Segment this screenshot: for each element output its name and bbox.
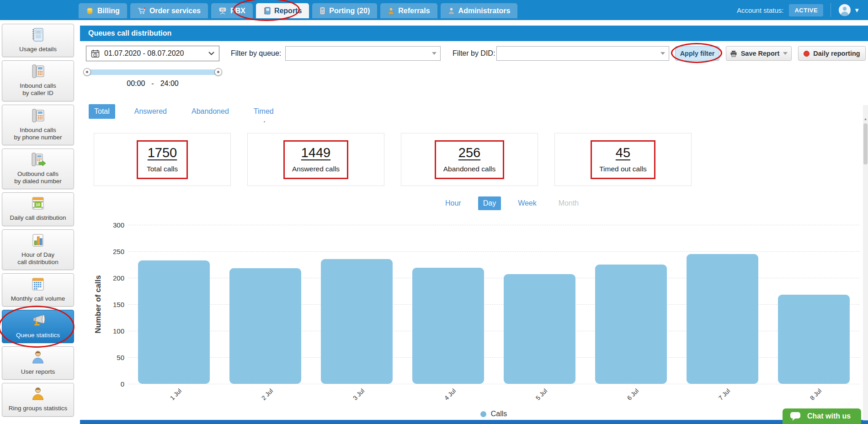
- slider-handle-end[interactable]: [214, 68, 222, 76]
- y-tick-label: 50: [104, 354, 124, 361]
- call-type-tabs: Total Answered Abandoned Timed: [89, 104, 279, 119]
- annotation-box-total-calls: 1750 Total calls: [137, 140, 188, 179]
- granularity-month[interactable]: Month: [554, 196, 584, 210]
- x-tick-label: 7 Jul: [718, 387, 732, 402]
- account-status-label: Account status:: [737, 6, 784, 14]
- granularity-week[interactable]: Week: [513, 196, 542, 210]
- tab-referrals[interactable]: Referrals: [380, 3, 437, 18]
- stat-value-abandoned[interactable]: 256: [443, 145, 496, 160]
- daily-reporting-button[interactable]: Daily reporting: [798, 46, 866, 61]
- reports-sidebar: Usage details Inbound calls by caller ID…: [2, 24, 74, 424]
- bar-7-jul[interactable]: [687, 254, 758, 384]
- date-range-picker[interactable]: 01.07.2020 - 08.07.2020: [86, 46, 219, 61]
- bar-8-jul[interactable]: [778, 295, 850, 384]
- x-tick-label: 1 Jul: [169, 387, 183, 402]
- tab-answered[interactable]: Answered: [129, 104, 172, 119]
- time-from: 00:00: [123, 80, 148, 87]
- legend-label[interactable]: Calls: [491, 410, 507, 418]
- tab-total[interactable]: Total: [89, 104, 115, 119]
- sidebar-item-label: Monthly call volume: [4, 295, 72, 302]
- sidebar-item-inbound-caller-id[interactable]: Inbound calls by caller ID: [2, 60, 74, 101]
- granularity-hour[interactable]: Hour: [440, 196, 466, 210]
- bar-5-jul[interactable]: [504, 274, 575, 384]
- tab-billing[interactable]: Billing: [79, 3, 127, 18]
- sidebar-item-label: User reports: [4, 368, 72, 376]
- save-report-label: Save Report: [741, 50, 780, 57]
- gridline: [128, 251, 859, 252]
- user-menu[interactable]: ▼: [838, 4, 860, 16]
- stat-value-timed-out[interactable]: 45: [599, 145, 647, 160]
- sidebar-item-daily-call-distribution[interactable]: 10 Daily call distribution: [2, 192, 74, 226]
- stat-value-total[interactable]: 1750: [145, 145, 179, 160]
- tab-administrators[interactable]: Administrators: [441, 3, 518, 18]
- referral-person-icon: [388, 7, 394, 15]
- sidebar-item-usage-details[interactable]: Usage details: [2, 24, 74, 57]
- page-title: Queues call distribution: [80, 26, 868, 41]
- y-axis-label: Number of calls: [94, 225, 103, 384]
- apply-filter-button[interactable]: Apply filter: [675, 46, 719, 61]
- tab-label: Administrators: [458, 7, 511, 15]
- chat-with-us-button[interactable]: Chat with us: [783, 408, 861, 424]
- bar-1-jul[interactable]: [138, 260, 210, 384]
- time-range-slider[interactable]: [86, 69, 219, 75]
- date-range-value: 01.07.2020 - 08.07.2020: [104, 49, 204, 58]
- sidebar-item-inbound-phone-number[interactable]: Inbound calls by phone number: [2, 105, 74, 145]
- tab-abandoned[interactable]: Abandoned: [186, 104, 234, 119]
- svg-text:10: 10: [36, 202, 40, 207]
- tab-order-services[interactable]: Order services: [130, 3, 208, 18]
- bar-6-jul[interactable]: [595, 265, 667, 384]
- tab-timed[interactable]: Timed: [248, 104, 279, 119]
- gridline: [128, 225, 859, 225]
- chart-legend: Calls: [128, 410, 859, 418]
- sidebar-item-outbound-dialed-number[interactable]: Outbound calls by dialed number: [2, 148, 74, 189]
- sidebar-item-hour-of-day-distribution[interactable]: Hour of Day call distribution: [2, 229, 74, 270]
- sidebar-item-queue-statistics[interactable]: Queue statistics: [2, 310, 74, 343]
- sidebar-item-label: Outbound calls by dialed number: [4, 170, 72, 185]
- coins-icon: [86, 7, 94, 15]
- filter-by-queue-select[interactable]: [285, 46, 441, 61]
- save-report-button[interactable]: Save Report: [726, 46, 792, 61]
- bar-4-jul[interactable]: [412, 268, 484, 384]
- scroll-up-arrow-icon[interactable]: ▲: [863, 117, 868, 121]
- sidebar-item-ring-groups-statistics[interactable]: Ring groups statistics: [2, 383, 74, 416]
- tab-pbx[interactable]: PBX: [211, 3, 253, 18]
- dropdown-arrow-icon: [783, 52, 788, 55]
- bar-2-jul[interactable]: [229, 268, 301, 384]
- x-tick-label: 4 Jul: [443, 387, 458, 402]
- sidebar-item-label: Usage details: [4, 46, 72, 53]
- scrollbar-thumb[interactable]: [863, 123, 868, 164]
- desk-phone-icon: [30, 64, 46, 79]
- tab-porting[interactable]: Porting (20): [312, 3, 377, 18]
- chat-label: Chat with us: [807, 412, 851, 420]
- y-tick-label: 300: [104, 221, 124, 229]
- bar-3-jul[interactable]: [321, 259, 393, 384]
- chevron-down-icon: ▼: [854, 7, 860, 14]
- notebook-icon: [30, 27, 46, 42]
- bottom-scroll-strip[interactable]: [80, 420, 868, 424]
- tab-label: Order services: [149, 7, 201, 15]
- x-tick-label: 2 Jul: [261, 387, 275, 402]
- chat-bubble-icon: [790, 411, 801, 421]
- stat-value-answered[interactable]: 1449: [292, 145, 340, 160]
- dropdown-arrow-icon: [432, 52, 437, 55]
- annotation-box-abandoned-calls: 256 Abandoned calls: [435, 140, 505, 179]
- slider-handle-start[interactable]: [83, 68, 91, 76]
- y-tick-label: 150: [104, 301, 124, 308]
- printer-icon: [730, 50, 737, 57]
- sidebar-item-monthly-call-volume[interactable]: Monthly call volume: [2, 273, 74, 307]
- stat-card-total-calls: 1750 Total calls: [94, 133, 231, 186]
- tab-label: Porting (20): [329, 7, 370, 15]
- account-area: Account status: ACTIVE ▼: [737, 0, 860, 20]
- top-tabs: Billing Order services PBX Reports Porti…: [79, 3, 517, 18]
- granularity-day[interactable]: Day: [478, 196, 501, 210]
- outbound-phone-icon: [30, 152, 46, 167]
- tab-reports[interactable]: Reports: [256, 3, 309, 18]
- stat-label-total: Total calls: [145, 165, 179, 173]
- sidebar-item-user-reports[interactable]: User reports: [2, 346, 74, 380]
- sidebar-item-label: Inbound calls by phone number: [4, 127, 72, 141]
- vertical-scrollbar[interactable]: ▲: [863, 105, 868, 420]
- y-tick-label: 100: [104, 327, 124, 335]
- filter-by-did-select[interactable]: [496, 46, 669, 61]
- annotation-box-timed-out-calls: 45 Timed out calls: [591, 140, 655, 179]
- account-status-badge[interactable]: ACTIVE: [789, 4, 823, 16]
